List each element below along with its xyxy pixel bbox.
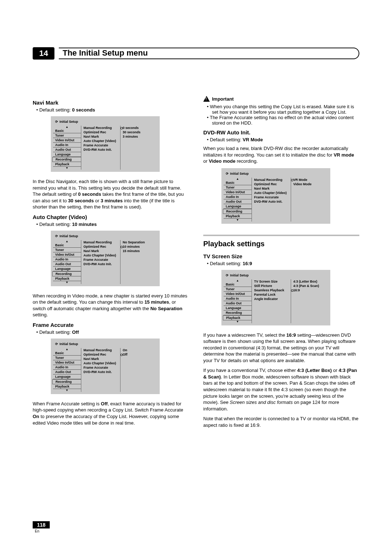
warning-icon xyxy=(203,96,210,102)
heading-auto-chapter: Auto Chapter (Video) xyxy=(33,214,189,220)
section-playback-settings: Playback settings xyxy=(203,240,359,248)
heading-dvdrw: DVD-RW Auto Init. xyxy=(203,129,359,135)
heading-frame-accurate: Frame Accurate xyxy=(33,322,189,328)
menu-left-recording: ▲BasicTunerVideo In/OutAudio InAudio Out… xyxy=(53,126,81,170)
default-setting-frame-accurate: Default setting: Off xyxy=(33,329,189,335)
chapter-number: 14 xyxy=(33,47,54,60)
tv-screen-p3: Note that when the recorder is connected… xyxy=(203,416,359,428)
navi-mark-body: In the Disc Navigator, each title is sho… xyxy=(33,178,189,210)
menu-mid: Manual RecordingOptimized RecNavi MarkAu… xyxy=(81,126,121,170)
default-setting-tv-screen: Default setting: 16:9 xyxy=(203,261,359,266)
menu-shot-tv-screen: Initial Setup ▲BasicTunerVideo In/OutAud… xyxy=(221,270,330,325)
menu-shot-auto-chapter: Initial Setup ▲BasicTunerVideo In/OutAud… xyxy=(51,231,160,286)
auto-chapter-body: When recording in Video mode, a new chap… xyxy=(33,293,189,318)
heading-tv-screen: TV Screen Size xyxy=(203,253,359,259)
page-footer: 118 En xyxy=(33,521,50,533)
menu-right: 0 seconds30 seconds3 minutes xyxy=(121,126,158,170)
left-column: Navi Mark Default setting: 0 seconds Ini… xyxy=(33,96,189,432)
chapter-title: The Initial Setup menu xyxy=(62,48,153,58)
tv-screen-p1: If you have a widescreen TV, select the … xyxy=(203,332,359,364)
frame-accurate-body: When Frame Accurate setting is Off, exac… xyxy=(33,401,189,426)
default-setting-auto-chapter: Default setting: 10 minutes xyxy=(33,222,189,227)
section-divider xyxy=(203,235,359,236)
menu-shot-frame-accurate: Initial Setup ▲BasicTunerVideo In/OutAud… xyxy=(51,339,160,394)
menu-shot-navi-mark: Initial Setup ▲BasicTunerVideo In/OutAud… xyxy=(51,116,160,172)
default-setting-navi-mark: Default setting: 0 seconds xyxy=(33,107,189,113)
right-column: Important When you change this setting t… xyxy=(203,96,359,432)
chapter-header: 14 The Initial Setup menu xyxy=(33,47,359,60)
important-list: When you change this setting the Copy Li… xyxy=(203,104,359,126)
page-number: 118 xyxy=(33,521,50,528)
tv-screen-p2: If you have a conventional TV, choose ei… xyxy=(203,367,359,412)
important-heading: Important xyxy=(203,96,359,102)
menu-shot-dvdrw: Initial Setup ▲BasicTunerVideo In/OutAud… xyxy=(221,168,330,224)
chapter-title-wrap: The Initial Setup menu xyxy=(59,48,359,59)
heading-navi-mark: Navi Mark xyxy=(33,100,189,106)
default-setting-dvdrw: Default setting: VR Mode xyxy=(203,137,359,142)
page-lang: En xyxy=(33,529,50,533)
dvdrw-intro: When you load a new, blank DVD-RW disc t… xyxy=(203,145,359,165)
